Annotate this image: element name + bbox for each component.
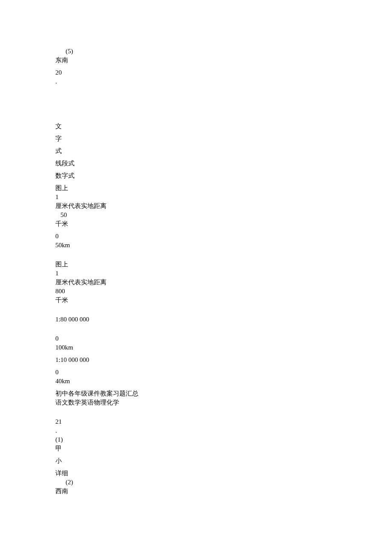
scale-desc-value: 1: [55, 193, 337, 202]
scale-line-start-2: 0: [55, 334, 337, 343]
answer-number-1: (1): [55, 435, 337, 444]
answer-text-jia: 甲: [55, 444, 337, 453]
scale-desc-prefix-2: 图上: [55, 260, 337, 269]
scale-type-numeric: 数字式: [55, 171, 337, 180]
dot: .: [55, 77, 337, 86]
dot-2: .: [55, 426, 337, 435]
scale-line-start-3: 0: [55, 368, 337, 377]
scale-desc-value-2: 1: [55, 269, 337, 278]
answer-text-detail: 详细: [55, 469, 337, 478]
scale-desc-unit: 千米: [55, 220, 337, 228]
scale-desc-prefix: 图上: [55, 184, 337, 193]
answer-text-small: 小: [55, 457, 337, 465]
scale-desc-unit-2: 千米: [55, 296, 337, 305]
answer-number-5: (5): [55, 47, 337, 56]
footer-title: 初中各年级课件教案习题汇总: [55, 389, 337, 398]
question-number-21: 21: [55, 417, 337, 426]
scale-ratio-1: 1:80 000 000: [55, 315, 337, 324]
answer-text-sw: 西南: [55, 487, 337, 496]
scale-type-line: 线段式: [55, 159, 337, 168]
footer-subjects: 语文数学英语物理化学: [55, 398, 337, 407]
scale-type-text-3: 式: [55, 147, 337, 156]
scale-desc-text: 厘米代表实地距离: [55, 202, 337, 211]
question-number: 20: [55, 68, 337, 77]
answer-text: 东南: [55, 56, 337, 65]
scale-desc-distance: 50: [55, 211, 337, 220]
scale-desc-text-2: 厘米代表实地距离: [55, 278, 337, 287]
scale-line-end-3: 40km: [55, 377, 337, 386]
scale-type-text-2: 字: [55, 134, 337, 143]
scale-ratio-2: 1:10 000 000: [55, 356, 337, 364]
answer-number-2: (2): [55, 478, 337, 487]
scale-type-text-1: 文: [55, 122, 337, 131]
scale-line-start: 0: [55, 232, 337, 241]
document-page: (5) 东南 20 . 文 字 式 线段式 数字式 图上 1 厘米代表实地距离 …: [0, 0, 392, 521]
scale-line-end: 50km: [55, 241, 337, 250]
scale-desc-distance-2: 800: [55, 287, 337, 296]
scale-line-end-2: 100km: [55, 343, 337, 352]
